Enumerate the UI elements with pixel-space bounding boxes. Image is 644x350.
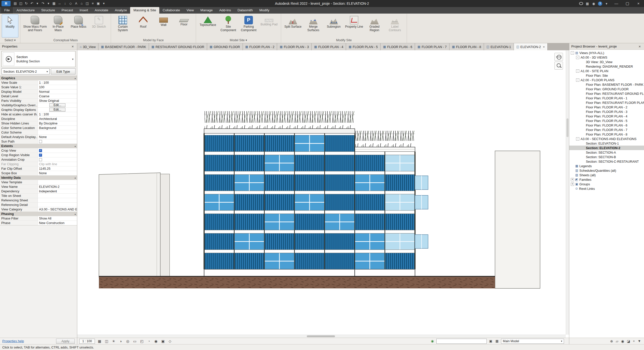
ribbon-tab[interactable]: Insert [76, 7, 91, 14]
group-collapse-icon[interactable]: ▴ [74, 177, 76, 179]
property-row[interactable]: Dependency Independent ▴ [0, 189, 77, 194]
shadows-icon[interactable]: ◑ [118, 339, 123, 343]
property-value[interactable]: ELEVATION-2 [39, 185, 59, 189]
property-value[interactable]: New Construction [39, 221, 64, 225]
property-row[interactable]: Color Scheme <none> ▴ [0, 130, 77, 135]
tree-expander-icon[interactable]: - [576, 56, 579, 59]
view-tab[interactable]: ◫ ELEVATION-1 [484, 43, 514, 50]
ribbon-tab[interactable]: Massing & Site [130, 7, 159, 14]
properties-close-icon[interactable]: × [70, 44, 75, 49]
show-crop-region-icon[interactable]: ◰ [139, 339, 144, 343]
property-row[interactable]: Color Scheme Location Background ▴ [0, 126, 77, 130]
redo-dropdown-icon[interactable]: ▾ [46, 1, 51, 6]
tree-item[interactable]: Floor Plan: FLOOR PLAN - 8 [569, 132, 644, 137]
merge-surfaces-button[interactable]: Merge Surfaces [303, 14, 323, 37]
ribbon-tab[interactable]: Datasmith [234, 7, 256, 14]
visual-style-icon[interactable]: ◫ [104, 339, 109, 343]
tree-item[interactable]: Section: ELEVATION-1 [569, 141, 644, 146]
help-menu-icon[interactable]: ▾ [604, 2, 609, 6]
temporary-hide-isolate-icon[interactable]: ◔ [146, 339, 151, 343]
property-row[interactable]: Display Model Normal ▴ [0, 90, 77, 94]
split-surface-button[interactable]: Split Surface [283, 14, 303, 37]
property-value[interactable]: Coarse [39, 94, 49, 98]
property-row[interactable]: Annotation Crop ▴ [0, 157, 77, 162]
property-row[interactable]: Title on Sheet ▴ [0, 194, 77, 198]
tree-expander-icon[interactable]: - [576, 69, 579, 73]
property-value[interactable]: Show Original [39, 99, 59, 103]
property-row[interactable]: Crop Region Visible ▴ [0, 153, 77, 157]
in-place-mass-button[interactable]: In-Place Mass [48, 14, 68, 37]
property-row[interactable]: Graphic Display Options Edit... ▴ [0, 108, 77, 112]
show-mass-button[interactable]: Show Mass Form and Floors [22, 14, 48, 37]
tree-item[interactable]: - A1.00 - SITE PLAN [569, 69, 644, 73]
ribbon-tab[interactable]: View [183, 7, 197, 14]
3d-sketch-button[interactable]: 3D Sketch [89, 14, 109, 37]
tree-item[interactable]: ▦ Legends [569, 164, 644, 168]
property-row[interactable]: View Scale 1 : 100 ▴ [0, 80, 77, 85]
property-row[interactable]: Referencing Detail ▴ [0, 203, 77, 207]
building-pad-button[interactable]: Building Pad [259, 14, 279, 37]
properties-help-link[interactable]: Properties help [2, 339, 24, 343]
property-value[interactable]: 1 : 100 [39, 112, 49, 116]
property-row[interactable]: Identity Data ▴ [0, 176, 77, 180]
graded-region-button[interactable]: Graded Region [364, 14, 385, 37]
panel-label-model-by-face[interactable]: Model by Face [112, 38, 195, 43]
tree-item[interactable]: Floor Plan: GROUND FLOOR [569, 87, 644, 91]
property-row[interactable]: Hide at scales coarser th... 1 : 100 ▴ [0, 112, 77, 117]
tree-item[interactable]: Section: SECTION-A [569, 150, 644, 155]
property-value[interactable]: None [39, 135, 47, 139]
tree-item[interactable]: Rendering: DIAGRAM_RENDER [569, 64, 644, 69]
maximize-button[interactable]: ▢ [622, 0, 633, 7]
save-icon[interactable]: ◫ [18, 1, 23, 6]
property-row[interactable]: Graphics ▴ [0, 76, 77, 80]
property-row[interactable]: Detail Level Coarse ▴ [0, 94, 77, 99]
property-value[interactable]: Show All [39, 216, 51, 220]
property-row[interactable]: Far Clipping Clip with line ▴ [0, 162, 77, 166]
property-row[interactable]: Crop View ▴ [0, 148, 77, 153]
vertical-scrollbar[interactable] [566, 50, 569, 335]
property-row[interactable]: Referencing Sheet ▴ [0, 198, 77, 203]
panel-label-conceptual-mass[interactable]: Conceptual Mass [21, 38, 110, 43]
design-options-icon[interactable]: ▣ [488, 339, 493, 343]
tree-item[interactable]: Floor Plan: FLOOR PLAN - 6 [569, 123, 644, 127]
property-row[interactable]: Phase New Construction ▴ [0, 221, 77, 225]
property-value[interactable]: Edit... [49, 103, 66, 107]
worksets-field[interactable] [436, 339, 487, 344]
aligned-dimension-icon[interactable]: ↕ [62, 1, 68, 6]
property-row[interactable]: View Template gorunus ▴ [0, 180, 77, 185]
view-tab[interactable]: ▦ RESTAURANT GROUND FLOOR [149, 43, 207, 50]
site-component-button[interactable]: Site Component [218, 14, 238, 37]
curtain-system-button[interactable]: Curtain System [113, 14, 133, 37]
sun-path-icon[interactable]: ☀ [111, 339, 116, 343]
property-row[interactable]: Parts Visibility Show Original ▴ [0, 99, 77, 103]
property-value[interactable]: None [39, 171, 47, 175]
reveal-constraints-icon[interactable]: ◇ [168, 339, 172, 343]
default-3d-view-icon[interactable]: ⌂ [79, 1, 84, 6]
select-links-icon[interactable]: ⊕ [610, 339, 613, 343]
property-row[interactable]: View Category A3.00 - SECTIONS AND E... … [0, 207, 77, 212]
drag-elements-on-selection-icon[interactable]: + [633, 339, 635, 343]
property-value[interactable]: 100 [39, 85, 44, 89]
thin-lines-icon[interactable]: ≡ [90, 1, 95, 6]
close-button[interactable]: × [633, 0, 644, 7]
property-row[interactable]: Sun Path ▴ [0, 139, 77, 144]
group-collapse-icon[interactable]: ▴ [74, 145, 76, 147]
zoom-icon[interactable] [554, 62, 563, 70]
property-line-button[interactable]: Property Line [344, 14, 364, 37]
tree-item[interactable]: - A0.00 - 3D VIEWS [569, 55, 644, 60]
property-row[interactable]: Default Analysis Display... None ▴ [0, 135, 77, 139]
select-underlay-elements-icon[interactable]: ▱ [616, 339, 618, 343]
drawing-area[interactable] [77, 50, 569, 338]
view-tab[interactable]: ▦ GROUND FLOOR [207, 43, 243, 50]
group-collapse-icon[interactable]: ▴ [74, 77, 76, 79]
ribbon-tab[interactable]: Structure [38, 7, 58, 14]
ribbon-tab[interactable]: Add-Ins [216, 7, 234, 14]
editable-only-icon[interactable]: ▦ [495, 339, 499, 343]
view-tab[interactable]: ▦ FLOOR PLAN - 6 [381, 43, 415, 50]
property-row[interactable]: View Name ELEVATION-2 ▴ [0, 185, 77, 189]
property-row[interactable]: Show Hidden Lines By Discipline ▴ [0, 121, 77, 126]
property-value[interactable]: Clip with line [39, 162, 57, 166]
scale-button[interactable]: 1 : 100 [79, 339, 95, 344]
tree-item[interactable]: - A2.00 - FLOOR PLANS [569, 78, 644, 82]
tree-item[interactable]: + ◩ Families [569, 177, 644, 182]
